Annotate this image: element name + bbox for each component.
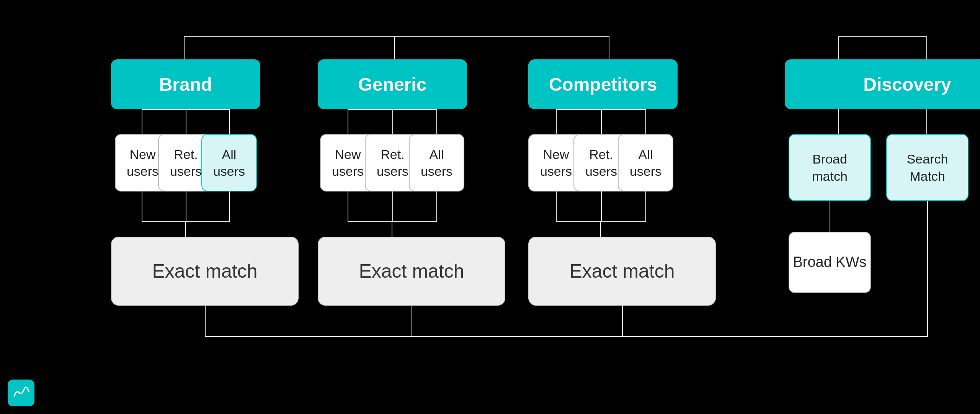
vline-comp-ret-to-match [601,191,602,222]
connector-line-brand-competitors [184,36,413,37]
connector-line-discovery [838,36,926,37]
hline-comp-to-match [556,221,646,222]
vline-disc-broad-to-kw [830,201,830,232]
vline-brand-all-to-match [229,191,230,222]
hline-brand-spread [142,109,230,110]
vline-comp-new [556,109,557,134]
generic-all-users: Allusers [409,134,464,191]
vline-search-match-long [927,201,928,336]
vline-disc-search [926,109,927,134]
hline-bottom-to-discovery [622,336,928,337]
vline-brand-ret [186,109,186,134]
hline-comp-spread [556,109,646,110]
chart-icon-button[interactable] [8,380,34,406]
vline-gen-new-to-match [348,191,348,222]
vline-comp-ret [601,109,602,134]
vline-to-generic [394,36,395,59]
discovery-category: Discovery [785,59,980,109]
vline-comp-all [645,109,646,134]
vline-gen-ret-to-match [392,191,393,222]
vline-comp-match-bottom [622,306,623,336]
vline-brand-ret-to-match [186,191,186,222]
vline-brand-center-to-match [185,221,186,237]
vline-generic-new [348,109,348,134]
connector-line-generic-competitors [394,36,609,37]
vline-disc-broad [838,109,839,134]
vline-gen-all-to-match [436,191,437,222]
brand-exact-match: Exact match [111,237,299,306]
vline-brand-match-bottom [205,306,206,336]
generic-exact-match: Exact match [318,237,505,306]
competitors-category: Competitors [528,59,678,109]
generic-category: Generic [318,59,467,109]
hline-generic-spread [348,109,437,110]
vline-to-discovery-right [926,36,927,59]
brand-all-users: Allusers [201,134,257,191]
discovery-search-match: SearchMatch [886,134,969,201]
discovery-broad-match: Broadmatch [789,134,871,201]
vline-comp-center-to-match [600,221,601,237]
competitors-exact-match: Exact match [528,237,716,306]
vline-to-competitors [609,36,609,59]
brand-category: Brand [111,59,260,109]
vline-gen-match-bottom [412,306,412,336]
vline-comp-all-to-match [645,191,646,222]
discovery-broad-kws: Broad KWs [789,232,871,293]
vline-to-discovery-left [838,36,839,59]
vline-brand-all [229,109,230,134]
vline-comp-new-to-match [556,191,557,222]
hline-bottom-all [205,336,623,337]
hline-gen-to-match [348,221,437,222]
comp-all-users: Allusers [618,134,673,191]
chart-wave-icon [13,385,29,401]
vline-to-brand [184,36,185,59]
vline-generic-ret [392,109,393,134]
vline-gen-center-to-match [392,221,392,237]
vline-generic-all [436,109,437,134]
vline-brand-new-to-match [142,191,142,222]
vline-brand-new [142,109,142,134]
